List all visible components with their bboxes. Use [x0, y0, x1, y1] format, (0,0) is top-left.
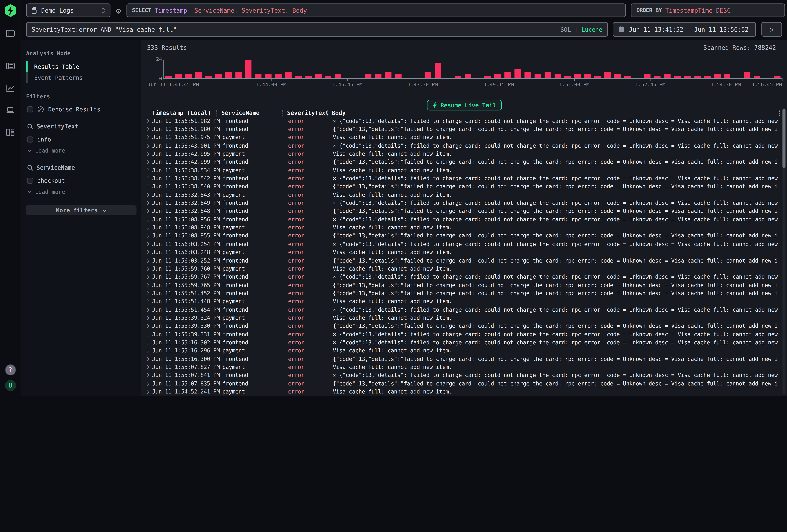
table-row[interactable]: Jun 11 1:55:39.324 PMpaymenterrorVisa ca…	[146, 314, 778, 322]
denoise-results-toggle[interactable]: Denoise Results	[27, 106, 141, 113]
resume-live-tail-button[interactable]: Resume Live Tail	[427, 100, 502, 110]
table-row[interactable]: Jun 11 1:56:43.001 PMfrontenderror× {"co…	[146, 142, 778, 150]
table-row[interactable]: Jun 11 1:55:59.760 PMpaymenterrorVisa ca…	[146, 264, 778, 273]
table-row[interactable]: Jun 11 1:56:51.982 PMfrontenderror× {"co…	[146, 117, 778, 125]
settings-gear-icon[interactable]: ⚙	[112, 4, 125, 17]
table-row[interactable]: Jun 11 1:56:08.956 PMfrontenderror× {"co…	[146, 215, 778, 224]
source-select[interactable]: Demo Logs	[26, 3, 110, 17]
row-expander-chevron-icon[interactable]	[146, 217, 152, 222]
more-filters-button[interactable]: More filters	[26, 205, 136, 215]
table-row[interactable]: Jun 11 1:56:51.975 PMpaymenterrorVisa ca…	[146, 133, 778, 142]
table-row[interactable]: Jun 11 1:56:32.843 PMpaymenterrorVisa ca…	[146, 191, 778, 199]
row-expander-chevron-icon[interactable]	[146, 200, 152, 206]
row-expander-chevron-icon[interactable]	[146, 258, 152, 263]
load-more-servicename[interactable]: Load more	[27, 189, 141, 195]
row-expander-chevron-icon[interactable]	[146, 151, 152, 156]
filter-checkbox[interactable]	[27, 178, 33, 184]
table-row[interactable]: Jun 11 1:55:39.331 PMfrontenderror× {"co…	[146, 330, 778, 338]
row-expander-chevron-icon[interactable]	[146, 381, 152, 386]
sidebar-item-results-table[interactable]: Results Table	[26, 61, 141, 72]
table-row[interactable]: Jun 11 1:56:38.542 PMfrontenderror× {"co…	[146, 174, 778, 183]
table-row[interactable]: Jun 11 1:56:03.252 PMfrontenderror{"code…	[146, 256, 778, 264]
panel-left-toggle-icon[interactable]	[5, 29, 15, 38]
table-row[interactable]: Jun 11 1:55:16.302 PMfrontenderror× {"co…	[146, 338, 778, 346]
table-row[interactable]: Jun 11 1:56:03.254 PMfrontenderror× {"co…	[146, 240, 778, 248]
filter-option-info[interactable]: info	[27, 136, 141, 143]
row-expander-chevron-icon[interactable]	[146, 192, 152, 198]
select-query-input[interactable]: SELECT Timestamp, ServiceName, SeverityT…	[127, 3, 626, 17]
row-expander-chevron-icon[interactable]	[146, 159, 152, 165]
dashboard-layout-icon[interactable]	[5, 127, 15, 137]
table-row[interactable]: Jun 11 1:56:42.999 PMfrontenderror{"code…	[146, 158, 778, 166]
col-header-timestamp[interactable]: Timestamp (Local)	[152, 109, 221, 117]
table-row[interactable]: Jun 11 1:54:52.241 PMpaymenterrorVisa ca…	[146, 388, 778, 396]
row-expander-chevron-icon[interactable]	[146, 291, 152, 296]
row-expander-chevron-icon[interactable]	[146, 119, 152, 124]
row-expander-chevron-icon[interactable]	[146, 340, 152, 345]
col-header-servicename[interactable]: ServiceName	[221, 109, 287, 117]
load-more-severitytext[interactable]: Load more	[27, 148, 141, 154]
app-logo-bolt-icon[interactable]	[5, 4, 16, 17]
row-expander-chevron-icon[interactable]	[146, 389, 152, 395]
table-row[interactable]: Jun 11 1:56:03.248 PMpaymenterrorVisa ca…	[146, 248, 778, 256]
row-expander-chevron-icon[interactable]	[146, 143, 152, 148]
table-row[interactable]: Jun 11 1:56:08.955 PMfrontenderror{"code…	[146, 232, 778, 240]
run-query-button[interactable]: ▷	[761, 22, 782, 37]
table-options-kebab-icon[interactable]: ⋮	[777, 110, 783, 116]
table-row[interactable]: Jun 11 1:56:32.849 PMfrontenderror× {"co…	[146, 199, 778, 207]
table-row[interactable]: Jun 11 1:55:51.454 PMfrontenderror× {"co…	[146, 306, 778, 314]
table-row[interactable]: Jun 11 1:55:07.841 PMfrontenderror× {"co…	[146, 371, 778, 380]
row-expander-chevron-icon[interactable]	[146, 225, 152, 230]
row-expander-chevron-icon[interactable]	[146, 364, 152, 370]
row-expander-chevron-icon[interactable]	[146, 266, 152, 272]
table-row[interactable]: Jun 11 1:55:59.767 PMfrontenderror× {"co…	[146, 273, 778, 281]
row-expander-chevron-icon[interactable]	[146, 184, 152, 189]
lang-option-sql[interactable]: SQL	[560, 26, 571, 33]
search-input[interactable]	[27, 22, 607, 36]
row-expander-chevron-icon[interactable]	[146, 356, 152, 362]
order-by-input[interactable]: ORDER BY TimestampTime DESC	[631, 3, 785, 17]
table-row[interactable]: Jun 11 1:56:32.848 PMfrontenderror{"code…	[146, 207, 778, 215]
row-expander-chevron-icon[interactable]	[146, 209, 152, 214]
sidebar-item-event-patterns[interactable]: Event Patterns	[26, 72, 141, 83]
row-expander-chevron-icon[interactable]	[146, 127, 152, 132]
row-expander-chevron-icon[interactable]	[146, 274, 152, 280]
table-row[interactable]: Jun 11 1:55:07.835 PMfrontenderror{"code…	[146, 380, 778, 388]
table-row[interactable]: Jun 11 1:56:38.534 PMpaymenterrorVisa ca…	[146, 166, 778, 174]
time-range-picker[interactable]: Jun 11 13:41:52 - Jun 11 13:56:52	[613, 22, 756, 37]
search-icon[interactable]	[27, 164, 34, 171]
logs-journal-icon[interactable]	[5, 61, 15, 71]
laptop-icon[interactable]	[5, 105, 15, 115]
column-resize-handle[interactable]	[282, 110, 283, 116]
row-expander-chevron-icon[interactable]	[146, 135, 152, 140]
chart-line-icon[interactable]	[5, 83, 15, 93]
row-expander-chevron-icon[interactable]	[146, 241, 152, 247]
lang-option-lucene[interactable]: Lucene	[581, 26, 602, 33]
table-row[interactable]: Jun 11 1:56:38.540 PMfrontenderror{"code…	[146, 183, 778, 191]
row-expander-chevron-icon[interactable]	[146, 250, 152, 255]
table-row[interactable]: Jun 11 1:56:51.980 PMfrontenderror{"code…	[146, 125, 778, 133]
row-expander-chevron-icon[interactable]	[146, 233, 152, 239]
column-resize-handle[interactable]	[216, 110, 217, 116]
table-row[interactable]: Jun 11 1:55:59.765 PMfrontenderror{"code…	[146, 281, 778, 289]
row-expander-chevron-icon[interactable]	[146, 332, 152, 337]
table-row[interactable]: Jun 11 1:55:51.452 PMfrontenderror{"code…	[146, 289, 778, 297]
row-expander-chevron-icon[interactable]	[146, 348, 152, 354]
column-resize-handle[interactable]	[327, 110, 328, 116]
row-expander-chevron-icon[interactable]	[146, 176, 152, 181]
row-expander-chevron-icon[interactable]	[146, 282, 152, 288]
table-row[interactable]: Jun 11 1:55:07.827 PMpaymenterrorVisa ca…	[146, 363, 778, 371]
scrollbar-thumb[interactable]	[783, 109, 785, 168]
row-expander-chevron-icon[interactable]	[146, 323, 152, 329]
row-expander-chevron-icon[interactable]	[146, 315, 152, 321]
user-avatar[interactable]: U	[5, 380, 16, 391]
row-expander-chevron-icon[interactable]	[146, 373, 152, 378]
row-expander-chevron-icon[interactable]	[146, 168, 152, 173]
table-row[interactable]: Jun 11 1:56:42.995 PMpaymenterrorVisa ca…	[146, 150, 778, 158]
filter-option-checkout[interactable]: checkout	[27, 177, 141, 184]
filter-checkbox[interactable]	[27, 136, 33, 143]
help-button[interactable]: ?	[5, 364, 16, 376]
row-expander-chevron-icon[interactable]	[146, 307, 152, 313]
col-header-body[interactable]: Body	[332, 109, 778, 117]
search-icon[interactable]	[27, 123, 34, 130]
